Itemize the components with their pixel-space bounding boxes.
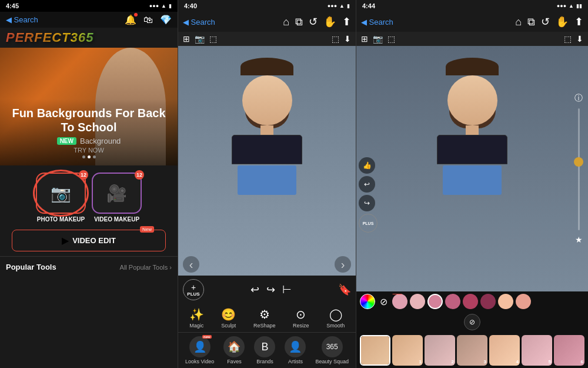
artists-label: Artists xyxy=(288,359,303,364)
color-wheel-icon[interactable] xyxy=(360,294,375,309)
video-makeup-box[interactable]: 🎥 12 xyxy=(92,173,142,214)
video-makeup-item[interactable]: 🎥 12 VIDEO MAKEUP xyxy=(92,173,142,223)
swatch-4[interactable] xyxy=(463,294,478,309)
grid-icon-3[interactable]: ⊞ xyxy=(361,34,368,44)
plus-label-3: PLUS xyxy=(363,221,374,226)
artists-item[interactable]: 👤 Artists xyxy=(285,336,306,364)
prev-arrow[interactable]: ‹ xyxy=(183,256,199,273)
swatch-3[interactable] xyxy=(445,294,460,309)
mask-icon-3[interactable]: ⬚ xyxy=(387,34,395,44)
action-bar-2: + PLUS ↩ ↪ ⊢ 🔖 xyxy=(178,276,356,304)
back-button-2[interactable]: ◀ Search xyxy=(183,18,215,26)
overalls xyxy=(238,165,296,195)
plus-btn-3[interactable]: PLUS xyxy=(359,214,377,233)
info-icon[interactable]: ⓘ xyxy=(574,93,583,104)
crop-icon-3[interactable]: ⬚ xyxy=(564,34,572,44)
photo-nav-arrows: ‹ › xyxy=(178,256,356,273)
swatch-1[interactable] xyxy=(410,294,425,309)
diamond-icon[interactable]: 💎 xyxy=(160,14,172,25)
sculpt-tool[interactable]: 😊 Sculpt xyxy=(221,307,236,329)
thumb-5[interactable]: 5 xyxy=(522,335,552,366)
notification-icon[interactable]: 🔔 xyxy=(125,14,136,25)
bookmark-icon-2[interactable]: 🔖 xyxy=(338,283,351,296)
cart-icon[interactable]: 🛍 xyxy=(143,15,153,25)
back-button-1[interactable]: ◀ Search xyxy=(6,15,38,24)
mask-icon-2[interactable]: ⬚ xyxy=(209,34,217,44)
camera-tb-icon-2[interactable]: 📷 xyxy=(195,34,205,44)
beauty-squad-item[interactable]: 365 Beauty Squad xyxy=(315,336,349,364)
magic-tool[interactable]: ✨ Magic xyxy=(189,307,204,329)
all-popular-link[interactable]: All Popular Tools › xyxy=(120,264,172,271)
download-icon-2[interactable]: ⬇ xyxy=(344,34,351,44)
panel-3: 4:44 ●●● ▲ ▮▮ ◀ Search ⌂ ⧉ ↺ ✋ ⬆ ⊞ 📷 ⬚ ⬚… xyxy=(356,0,588,368)
slider-track[interactable] xyxy=(578,108,580,230)
home-icon-3[interactable]: ⌂ xyxy=(515,16,522,28)
thumb-image-5 xyxy=(522,335,552,366)
photo-makeup-item[interactable]: 📷 12 PHOTO MAKEUP xyxy=(36,173,86,223)
slash-icon[interactable]: ⊘ xyxy=(380,296,387,307)
back-button-3[interactable]: ◀ Search xyxy=(361,18,393,26)
erase-button[interactable]: ⊘ xyxy=(464,314,480,330)
share-icon-2[interactable]: ⬆ xyxy=(342,15,351,28)
crop-icon-2[interactable]: ⬚ xyxy=(332,34,339,44)
smooth-icon: ◯ xyxy=(329,307,342,321)
next-arrow[interactable]: › xyxy=(335,256,351,273)
thumb-2[interactable]: 2 xyxy=(425,335,455,366)
intensity-slider[interactable]: ⓘ ★ xyxy=(573,93,584,244)
center-actions-2: ↩ ↪ ⊢ xyxy=(250,283,292,296)
try-now-label[interactable]: TRY NOW xyxy=(9,147,169,154)
swatch-pro[interactable] xyxy=(392,294,407,309)
camera-tb-icon-3[interactable]: 📷 xyxy=(373,34,383,44)
swatch-7[interactable] xyxy=(516,294,531,309)
banner-subtitle: NEW Background xyxy=(9,137,169,145)
hand-icon-3[interactable]: ✋ xyxy=(556,15,569,28)
download-icon-3[interactable]: ⬇ xyxy=(576,34,583,44)
loop-icon-3[interactable]: ↺ xyxy=(541,15,550,28)
thumb-3[interactable]: 3 xyxy=(457,335,487,366)
hair-sides xyxy=(245,93,289,128)
redo-icon-2[interactable]: ↪ xyxy=(266,283,275,296)
thumb-up-btn[interactable]: 👍 xyxy=(359,157,375,174)
swatch-6[interactable] xyxy=(498,294,513,309)
status-icons-1: ●●● ▲ ▮ xyxy=(149,3,172,9)
swatch-2-selected[interactable] xyxy=(427,294,443,309)
video-edit-button[interactable]: ▶ VIDEO EDIT xyxy=(12,230,166,251)
undo-btn-3[interactable]: ↩ xyxy=(359,176,375,193)
copy-icon-2[interactable]: ⧉ xyxy=(295,16,303,28)
brands-item[interactable]: B Brands xyxy=(254,336,275,364)
time-2: 4:40 xyxy=(184,2,197,9)
undo-icon-2[interactable]: ↩ xyxy=(250,283,259,296)
dot-2[interactable] xyxy=(88,155,91,158)
bookmark-icon-3[interactable]: ★ xyxy=(575,235,583,244)
plus-button-2[interactable]: + PLUS xyxy=(183,279,204,300)
resize-tool[interactable]: ⊙ Resize xyxy=(293,307,309,329)
hand-icon-2[interactable]: ✋ xyxy=(323,15,336,28)
body-shirt xyxy=(232,135,302,164)
video-makeup-label: VIDEO MAKEUP xyxy=(94,216,139,223)
compare-icon-2[interactable]: ⊢ xyxy=(282,283,292,296)
time-1: 4:45 xyxy=(6,2,19,9)
copy-icon-3[interactable]: ⧉ xyxy=(527,16,535,28)
looks-video-item[interactable]: 👤 new Looks Video xyxy=(185,336,214,364)
thumb-original[interactable] xyxy=(360,335,390,366)
thumb-label-3: 3 xyxy=(484,359,486,364)
swatch-5[interactable] xyxy=(480,294,496,309)
wifi-icon-3: ▲ xyxy=(569,3,574,9)
redo-btn-3[interactable]: ↪ xyxy=(359,195,375,211)
thumb-6[interactable]: 6 xyxy=(554,335,584,366)
loop-icon-2[interactable]: ↺ xyxy=(309,15,318,28)
promo-banner[interactable]: Fun Backgrounds For Back To School NEW B… xyxy=(0,48,178,165)
thumb-1[interactable]: 1 xyxy=(392,335,423,366)
photo-makeup-box[interactable]: 📷 12 xyxy=(36,173,86,214)
thumb-4[interactable]: 4 xyxy=(489,335,520,366)
faves-item[interactable]: 🏠 Faves xyxy=(223,336,245,364)
grid-icon-2[interactable]: ⊞ xyxy=(183,34,190,44)
play-icon: ▶ xyxy=(62,235,69,246)
home-icon-2[interactable]: ⌂ xyxy=(283,16,289,28)
smooth-tool[interactable]: ◯ Smooth xyxy=(326,307,345,329)
video-camera-icon: 🎥 xyxy=(106,184,127,203)
reshape-tool[interactable]: ⚙ ReShape xyxy=(253,307,276,329)
share-icon-3[interactable]: ⬆ xyxy=(574,15,583,28)
slider-thumb[interactable] xyxy=(574,157,583,167)
popular-tools-header: Popular Tools All Popular Tools › xyxy=(0,256,178,274)
